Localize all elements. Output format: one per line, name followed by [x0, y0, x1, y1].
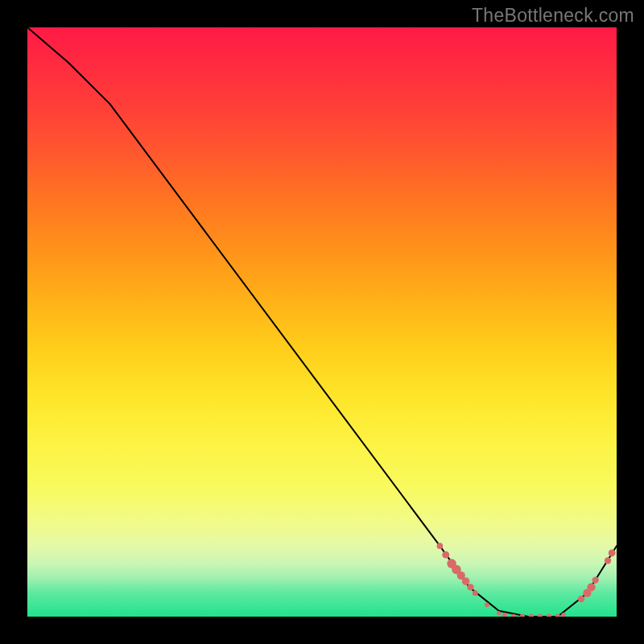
chart-marker	[578, 596, 584, 602]
chart-marker	[497, 611, 501, 615]
chart-marker	[529, 614, 534, 617]
chart-marker	[473, 590, 478, 596]
chart-marker	[547, 614, 551, 617]
chart-marker	[538, 614, 543, 617]
chart-marker	[462, 577, 470, 585]
chart-marker	[561, 613, 566, 617]
chart-marker	[592, 576, 598, 583]
chart-marker	[502, 613, 507, 617]
chart-marker	[437, 543, 444, 549]
chart-marker	[605, 557, 611, 564]
chart-frame: TheBottleneck.com	[0, 0, 644, 644]
chart-marker	[457, 572, 465, 580]
chart-marker	[609, 549, 616, 556]
plot-area	[27, 27, 617, 617]
watermark-text: TheBottleneck.com	[472, 5, 634, 27]
chart-marker	[485, 602, 489, 607]
chart-marker	[520, 614, 525, 617]
chart-marker	[583, 589, 591, 597]
chart-marker	[452, 565, 461, 575]
chart-marker	[447, 559, 456, 568]
chart-marker	[511, 614, 516, 617]
chart-line	[27, 27, 617, 617]
chart-marker	[555, 614, 560, 617]
chart-marker	[587, 583, 595, 591]
chart-svg	[27, 27, 617, 617]
chart-marker	[467, 584, 473, 590]
chart-marker	[442, 551, 449, 559]
